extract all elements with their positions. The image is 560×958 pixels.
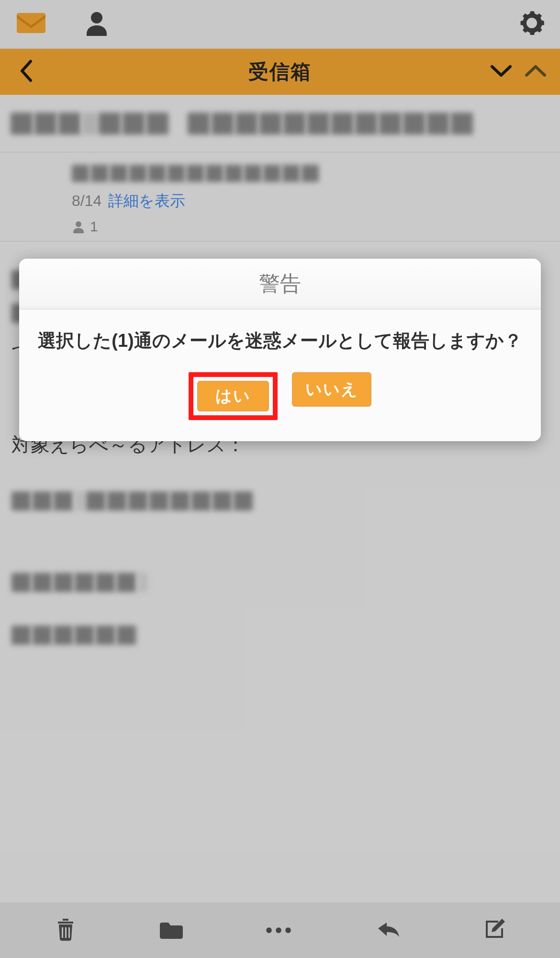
yes-button-highlight: はい (189, 372, 278, 420)
warning-dialog: 警告 選択した(1)通のメールを迷惑メールとして報告しますか？ はい いいえ (19, 259, 541, 441)
dialog-title: 警告 (19, 259, 541, 309)
yes-button[interactable]: はい (197, 381, 269, 411)
no-button[interactable]: いいえ (292, 372, 371, 407)
dialog-actions: はい いいえ (19, 363, 541, 441)
modal-overlay[interactable] (0, 0, 560, 958)
dialog-message: 選択した(1)通のメールを迷惑メールとして報告しますか？ (19, 309, 541, 363)
